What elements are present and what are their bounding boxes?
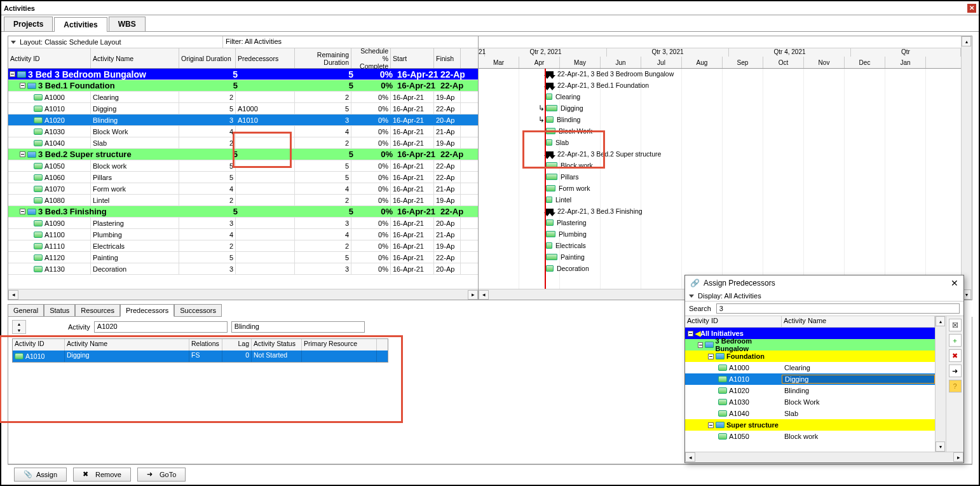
gantt-row[interactable]: Plumbing [479,229,961,240]
grid-row[interactable]: 3 Bed 3 Bedroom Bungalow550%16-Apr-2122-… [8,69,478,80]
dialog-add-button[interactable]: ＋ [949,334,962,347]
dialog-tree-row[interactable]: A1020Blinding [685,385,935,396]
detail-tab-successors[interactable]: Successors [174,304,222,317]
gantt-row[interactable]: Block Work [479,126,961,137]
gantt-row[interactable]: Painting [479,252,961,263]
dialog-tree-row[interactable]: 3 Bedroom Bungalow [685,339,935,351]
dcol-id[interactable]: Activity ID [685,316,782,327]
display-dropdown[interactable]: Display: All Activities [685,291,963,302]
grid-row[interactable]: A1070Form work440%16-Apr-2121-Ap [8,183,478,195]
tab-wbs[interactable]: WBS [109,17,146,31]
grid-row[interactable]: A1130Decoration330%16-Apr-2120-Ap [8,263,478,275]
gantt-row[interactable]: 22-Apr-21, 3 Bed.3 Finishing [479,206,961,218]
gantt-row[interactable]: Digging↳ [479,103,961,115]
dialog-help-button[interactable]: ? [949,380,962,392]
scroll-up-icon[interactable]: ▴ [936,316,945,326]
grid-row[interactable]: A1040Slab220%16-Apr-2119-Ap [8,137,478,149]
dialog-hscroll[interactable]: ◂ ▸ [685,452,963,462]
grid-row[interactable]: A1060Pillars550%16-Apr-2122-Ap [8,172,478,183]
scroll-left-icon[interactable]: ◂ [479,290,489,300]
gantt-row[interactable]: Blinding↳ [479,115,961,126]
gantt-row[interactable]: Slab [479,137,961,149]
tab-activities[interactable]: Activities [54,17,107,32]
scroll-down-icon[interactable]: ▾ [936,441,945,452]
gantt-row[interactable]: Electricals [479,240,961,252]
gantt-row[interactable]: Pillars [479,172,961,183]
grid-row[interactable]: A1120Painting550%16-Apr-2122-Ap [8,252,478,263]
scroll-right-icon[interactable]: ▸ [468,290,478,300]
filter-label[interactable]: Filter: All Activities [223,36,478,48]
remove-button[interactable]: ✖Remove [73,468,131,482]
col-start[interactable]: Start [391,48,434,68]
pcol-rel[interactable]: Relations [189,339,222,351]
dialog-tree-row[interactable]: Foundation [685,351,935,362]
pcol-id[interactable]: Activity ID [13,339,65,351]
layout-dropdown[interactable]: Layout: Classic Schedule Layout [8,36,223,48]
grid-row[interactable]: A1030Block Work440%16-Apr-2121-Ap [8,126,478,137]
scroll-up-icon[interactable]: ▴ [962,36,971,46]
col-original-duration[interactable]: Original Duration [179,48,236,68]
chevron-down-icon [11,41,16,44]
detail-tab-status[interactable]: Status [44,304,75,317]
pcol-name[interactable]: Activity Name [65,339,189,351]
grid-row[interactable]: A1010Digging5A100050%16-Apr-2122-Ap [8,103,478,115]
gantt-row[interactable]: 22-Apr-21, 3 Bed 3 Bedroom Bungalow [479,69,961,80]
pcol-resource[interactable]: Primary Resource [302,339,377,351]
detail-tab-resources[interactable]: Resources [75,304,120,317]
grid-row[interactable]: A1000Clearing220%16-Apr-2119-Ap [8,92,478,103]
gantt-row[interactable]: Lintel [479,195,961,206]
assign-button[interactable]: 📎Assign [14,468,67,482]
goto-button[interactable]: ➜GoTo [137,468,186,482]
pcol-status[interactable]: Activity Status [252,339,302,351]
vertical-scrollbar[interactable]: ▴ ▾ [961,36,972,300]
pcol-lag[interactable]: Lag [222,339,252,351]
detail-tab-predecessors[interactable]: Predecessors [120,304,174,317]
search-input[interactable] [716,303,960,314]
detail-tab-general[interactable]: General [8,304,44,317]
gantt-row[interactable]: 22-Apr-21, 3 Bed.2 Super structure [479,149,961,160]
gantt-row[interactable]: Plastering [479,218,961,229]
dialog-goto-button[interactable]: ➜ [949,364,962,377]
grid-row[interactable]: A1020Blinding3A101030%16-Apr-2120-Ap [8,115,478,126]
dialog-close-button[interactable]: ☒ [949,319,962,331]
grid-row[interactable]: A1050Block work550%16-Apr-2122-Ap [8,160,478,172]
grid-row[interactable]: 3 Bed.2 Super structure550%16-Apr-2122-A… [8,149,478,160]
col-activity-id[interactable]: Activity ID [8,48,91,68]
dcol-name[interactable]: Activity Name [782,316,935,327]
close-icon[interactable]: ✕ [967,4,976,13]
close-icon[interactable]: ✕ [951,278,958,288]
tab-projects[interactable]: Projects [4,17,53,31]
gantt-row[interactable]: 22-Apr-21, 3 Bed.1 Foundation [479,80,961,92]
grid-row[interactable]: 3 Bed.1 Foundation550%16-Apr-2122-Ap [8,80,478,92]
grid-row[interactable]: A1100Plumbing440%16-Apr-2121-Ap [8,229,478,240]
grid-hscroll[interactable]: ◂ ▸ [8,289,478,300]
grid-row[interactable]: A1110Electricals220%16-Apr-2119-Ap [8,240,478,252]
dialog-tree-row[interactable]: A1000Clearing [685,362,935,373]
scroll-right-icon[interactable]: ▸ [953,452,963,462]
dialog-vscroll[interactable]: ▴ ▾ [935,316,946,452]
spinner-icon[interactable]: ▲▼ [12,320,26,334]
activity-name-field[interactable]: Blinding [231,321,365,333]
scroll-left-icon[interactable]: ◂ [685,452,695,462]
predecessor-row[interactable]: A1010 Digging FS 0 Not Started [13,351,388,362]
dialog-tree-row[interactable]: Super structure [685,419,935,431]
col-schedule-complete[interactable]: Schedule % Complete [351,48,391,68]
dialog-tree-row[interactable]: A1010Digging [685,373,935,385]
col-predecessors[interactable]: Predecessors [236,48,295,68]
scroll-left-icon[interactable]: ◂ [8,290,18,300]
gantt-row[interactable]: Clearing [479,92,961,103]
grid-row[interactable]: 3 Bed.3 Finishing550%16-Apr-2122-Ap [8,206,478,218]
dialog-tree-row[interactable]: A1050Block work [685,431,935,442]
col-activity-name[interactable]: Activity Name [91,48,179,68]
col-remaining-duration[interactable]: Remaining Duration [295,48,351,68]
gantt-row[interactable]: Block work [479,160,961,172]
dialog-tree-row[interactable]: A1030Block Work [685,396,935,408]
dialog-remove-button[interactable]: ✖ [949,349,962,362]
gantt-row[interactable]: Decoration [479,263,961,275]
grid-row[interactable]: A1080Lintel220%16-Apr-2119-Ap [8,195,478,206]
dialog-tree-row[interactable]: A1040Slab [685,408,935,419]
grid-row[interactable]: A1090Plastering330%16-Apr-2120-Ap [8,218,478,229]
col-finish[interactable]: Finish [434,48,461,68]
activity-id-field[interactable]: A1020 [94,321,228,333]
gantt-row[interactable]: Form work [479,183,961,195]
